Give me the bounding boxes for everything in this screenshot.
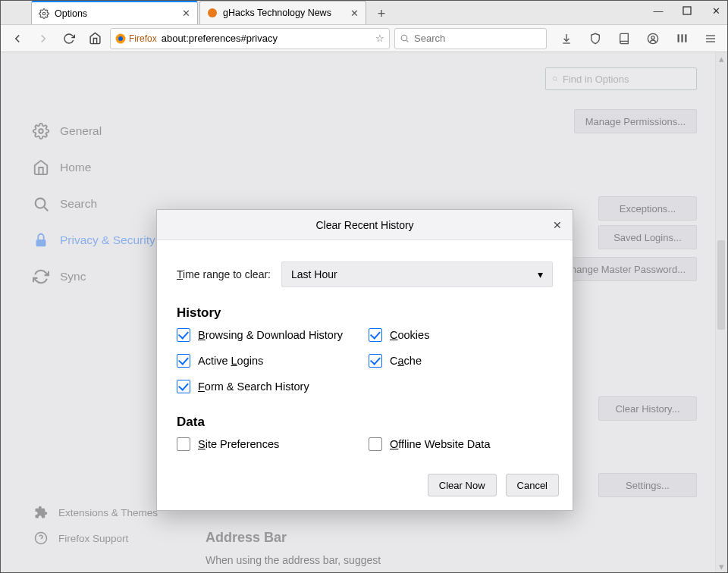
identity-label: Firefox [129, 33, 157, 44]
time-range-label: Time range to clear: [177, 268, 271, 280]
checkbox-label: Cache [390, 355, 422, 367]
time-range-select[interactable]: Last Hour ▾ [281, 261, 553, 287]
svg-rect-0 [683, 7, 691, 14]
home-button[interactable] [84, 28, 105, 49]
maximize-button[interactable] [679, 3, 695, 18]
url-input[interactable] [162, 33, 371, 44]
navigation-toolbar: Firefox ☆ [1, 25, 727, 52]
overflow-icon[interactable] [671, 28, 692, 49]
checkbox-label: Form & Search History [198, 380, 309, 393]
checkbox-cache[interactable] [369, 354, 382, 368]
svg-rect-9 [677, 34, 679, 42]
tab-bar: Options ✕ gHacks Technology News ✕ + [1, 1, 727, 25]
svg-point-8 [651, 36, 654, 39]
minimize-button[interactable]: — [651, 3, 666, 18]
svg-line-6 [406, 40, 408, 42]
svg-rect-11 [685, 34, 686, 42]
toolbar-icons [556, 28, 721, 49]
site-favicon [206, 7, 218, 19]
bookmark-star-icon[interactable]: ☆ [375, 33, 384, 44]
tab-close-icon[interactable]: ✕ [180, 8, 191, 19]
checkbox-label: Active Logins [198, 355, 263, 367]
reload-button[interactable] [58, 28, 80, 49]
checkbox-label: Browsing & Download History [198, 329, 343, 341]
checkbox-form[interactable] [177, 380, 190, 393]
search-icon [400, 33, 410, 43]
cancel-button[interactable]: Cancel [506, 474, 559, 496]
dialog-close-icon[interactable]: ✕ [550, 218, 565, 233]
data-section-title: Data [177, 415, 553, 430]
clear-history-dialog: Clear Recent History ✕ Time range to cle… [156, 209, 573, 511]
checkbox-active-logins[interactable] [177, 354, 190, 368]
url-bar[interactable]: Firefox ☆ [110, 28, 390, 49]
clear-now-button[interactable]: Clear Now [428, 474, 497, 496]
tab-label: Options [55, 8, 176, 19]
menu-icon[interactable] [700, 28, 721, 49]
account-icon[interactable] [642, 28, 664, 49]
checkbox-label: Cookies [390, 329, 429, 341]
checkbox-cookies[interactable] [369, 328, 382, 342]
identity-block[interactable]: Firefox [115, 33, 157, 44]
svg-rect-10 [681, 34, 682, 42]
tab-ghacks[interactable]: gHacks Technology News ✕ [199, 1, 366, 24]
close-button[interactable]: ✕ [708, 3, 723, 18]
search-bar[interactable] [394, 28, 547, 49]
checkbox-site-prefs[interactable] [177, 437, 190, 451]
new-tab-button[interactable]: + [371, 3, 392, 24]
svg-point-1 [42, 12, 46, 15]
tab-close-icon[interactable]: ✕ [349, 8, 359, 18]
tab-options[interactable]: Options ✕ [31, 1, 198, 24]
search-input[interactable] [414, 33, 541, 44]
browser-window: — ✕ Options ✕ gHacks Technology News ✕ + [0, 0, 728, 573]
history-section-title: History [177, 305, 553, 321]
svg-point-2 [208, 8, 217, 17]
dialog-titlebar: Clear Recent History ✕ [157, 210, 573, 240]
dialog-title: Clear Recent History [315, 219, 413, 231]
downloads-icon[interactable] [556, 28, 577, 49]
checkbox-browsing[interactable] [177, 328, 190, 342]
chevron-down-icon: ▾ [538, 268, 543, 280]
tab-label: gHacks Technology News [223, 8, 344, 18]
svg-point-5 [401, 35, 407, 41]
gear-icon [38, 8, 50, 20]
svg-point-4 [118, 36, 123, 41]
ublock-icon[interactable] [585, 28, 606, 49]
checkbox-label: Site Preferences [198, 438, 279, 450]
back-button[interactable] [7, 28, 28, 49]
library-icon[interactable] [613, 28, 635, 49]
checkbox-offline[interactable] [369, 437, 382, 451]
content-area: General Home Search Privacy & Security S… [1, 52, 727, 572]
window-controls: — ✕ [651, 3, 723, 18]
forward-button[interactable] [33, 28, 54, 49]
select-value: Last Hour [291, 268, 337, 280]
checkbox-label: Offline Website Data [390, 438, 490, 450]
